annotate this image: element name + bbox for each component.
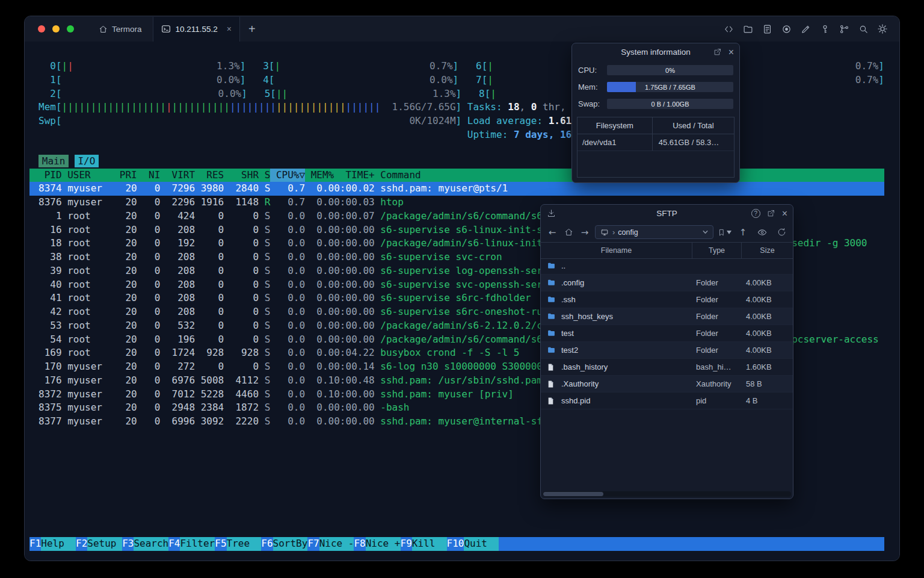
file-row[interactable]: .configFolder4.00KB [541, 275, 793, 291]
tab-ssh-session[interactable]: 10.211.55.2 × [153, 17, 241, 42]
back-icon[interactable]: ← [546, 226, 558, 238]
forward-icon[interactable]: → [579, 226, 591, 238]
column-header-virt[interactable]: VIRT [160, 169, 195, 182]
code-icon[interactable] [722, 23, 735, 35]
file-row[interactable]: .. [541, 258, 793, 275]
edit-icon[interactable] [799, 23, 812, 35]
file-icon [547, 380, 556, 388]
column-header-res[interactable]: RES [195, 169, 224, 182]
horizontal-scrollbar[interactable] [543, 491, 791, 497]
fkey-f1[interactable]: F1Help [29, 537, 76, 551]
file-row[interactable]: sshd.pidpid4 B [541, 393, 793, 409]
open-in-new-icon[interactable] [713, 48, 722, 57]
column-header-s[interactable]: S [259, 169, 270, 182]
progress-bar: 0 B / 1.00GB [607, 99, 733, 109]
parent-directory-icon[interactable]: ↑ [737, 226, 749, 238]
close-tab-icon[interactable]: × [227, 24, 232, 34]
fkey-f9[interactable]: F9Kill [401, 537, 447, 551]
key-icon[interactable] [819, 23, 831, 35]
close-icon[interactable]: × [782, 208, 787, 219]
column-header-pri[interactable]: PRI [120, 169, 137, 182]
fkey-f8[interactable]: F8Nice + [354, 537, 400, 551]
new-tab-button[interactable]: + [240, 16, 264, 42]
size-column-header[interactable]: Size [742, 246, 793, 255]
transfer-download-icon[interactable] [546, 209, 556, 219]
search-icon[interactable] [857, 23, 869, 35]
scrollbar-thumb[interactable] [543, 492, 603, 496]
sort-column-cpu[interactable]: CPU%▽ [270, 169, 305, 182]
fkey-f2[interactable]: F2Setup [76, 537, 122, 551]
file-row[interactable]: ssh_host_keysFolder4.00KB [541, 308, 793, 325]
file-row[interactable]: .XauthorityXauthority58 B [541, 376, 793, 393]
computer-icon [600, 228, 609, 237]
panel-title-bar: System information × [572, 43, 739, 61]
file-name: .config [561, 278, 584, 287]
file-row[interactable]: testFolder4.00KB [541, 325, 793, 342]
help-icon[interactable]: ? [751, 209, 760, 218]
filesystem-table-header: Filesystem Used / Total [578, 117, 734, 134]
tab-termora-home[interactable]: Termora [87, 16, 153, 42]
file-list: ...configFolder4.00KB.sshFolder4.00KBssh… [541, 258, 793, 489]
file-type: pid [692, 396, 742, 405]
cpu0-meter: 0[||1.3%] [38, 60, 245, 73]
bookmark-button[interactable] [718, 228, 732, 237]
folder-icon [547, 296, 556, 303]
meter-label: Swap: [578, 99, 607, 108]
fkey-f7[interactable]: F7Nice - [307, 537, 354, 551]
file-row[interactable]: .bash_historybash_hi…1.60KB [541, 359, 793, 376]
column-header-ni[interactable]: NI [137, 169, 161, 182]
type-column-header[interactable]: Type [692, 243, 742, 258]
fkey-f4[interactable]: F4Filter [168, 537, 215, 551]
log-icon[interactable] [761, 23, 773, 35]
folder-icon[interactable] [742, 23, 754, 35]
used-total-column-header: Used / Total [653, 117, 734, 134]
column-header-pid[interactable]: PID [38, 169, 62, 182]
file-name: .ssh [561, 295, 576, 304]
show-hidden-eye-icon[interactable] [756, 226, 768, 238]
column-header-mem[interactable]: MEM% [305, 169, 334, 182]
fkey-f10[interactable]: F10Quit [447, 537, 499, 551]
htop-tab-main[interactable]: Main [38, 155, 69, 167]
fkey-f3[interactable]: F3Search [122, 537, 168, 551]
caret-down-icon [727, 231, 732, 234]
path-breadcrumb[interactable]: › config [595, 225, 713, 239]
home-icon [98, 24, 108, 34]
panel-title-bar: SFTP ? × [541, 205, 793, 222]
close-icon[interactable]: × [728, 47, 734, 58]
file-size: 4.00KB [742, 295, 772, 304]
branch-icon[interactable] [838, 23, 850, 35]
home-tab-label: Termora [112, 25, 142, 34]
record-icon[interactable] [780, 23, 792, 35]
htop-tab-io[interactable]: I/O [75, 155, 99, 167]
settings-icon[interactable] [876, 23, 889, 35]
column-header-user[interactable]: USER [67, 169, 120, 182]
file-size: 4.00KB [742, 346, 772, 355]
chevron-down-icon[interactable] [702, 229, 709, 235]
filesystem-usage: 45.61GB / 58.3… [653, 134, 734, 151]
filename-column-header[interactable]: Filename [541, 243, 692, 258]
zoom-window-button[interactable] [67, 25, 74, 33]
close-window-button[interactable] [38, 25, 45, 33]
file-name: ssh_host_keys [561, 312, 613, 321]
file-size: 4.00KB [742, 312, 772, 321]
open-in-new-icon[interactable] [766, 209, 776, 219]
fkey-f5[interactable]: F5Tree [215, 537, 261, 551]
file-row[interactable]: test2Folder4.00KB [541, 342, 793, 359]
column-header-time[interactable]: TIME+ [334, 169, 374, 182]
home-icon[interactable] [562, 226, 574, 238]
fkey-f6[interactable]: F6SortBy [261, 537, 307, 551]
meter-label: Mem: [578, 82, 607, 92]
meter-value: 0 B / 1.00GB [607, 99, 733, 109]
sftp-panel: SFTP ? × ← → [540, 204, 793, 499]
function-key-bar: F1HelpF2SetupF3SearchF4FilterF5TreeF6Sor… [29, 537, 884, 551]
file-row[interactable]: .sshFolder4.00KB [541, 291, 793, 308]
refresh-icon[interactable] [775, 226, 787, 238]
file-size: 1.60KB [742, 362, 772, 371]
file-icon [547, 397, 556, 405]
file-type: Folder [692, 329, 742, 338]
cpu1-meter: 1[0.0%] [38, 73, 245, 87]
column-header-shr[interactable]: SHR [224, 169, 259, 182]
process-row[interactable]: 8374myuser200729639802840S0.70.00:00.02s… [29, 182, 884, 196]
minimize-window-button[interactable] [52, 25, 60, 33]
screen: Termora 10.211.55.2 × + [0, 0, 924, 578]
